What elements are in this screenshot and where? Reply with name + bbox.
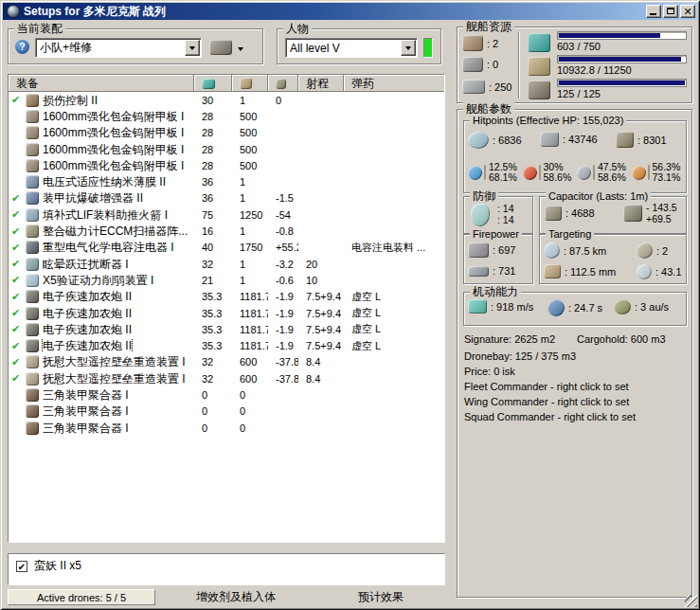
- module-cpu-value: 35.3: [194, 291, 232, 302]
- module-row[interactable]: ✔电子疾速加农炮 II35.31181.7-1.97.5+9.4虚空 L: [9, 289, 444, 305]
- module-name: 整合磁力计ECCM扫描器阵...: [43, 224, 188, 238]
- resize-grip[interactable]: [685, 595, 697, 607]
- module-row[interactable]: ✔整合磁力计ECCM扫描器阵...161-0.8: [9, 223, 444, 239]
- module-row[interactable]: 1600mm强化包金钨附甲板 I28500: [9, 157, 444, 173]
- column-powergrid[interactable]: [232, 75, 268, 92]
- module-row[interactable]: ✔电子疾速加农炮 II35.31181.7-1.97.5+9.4虚空 L: [9, 305, 444, 321]
- turret-hardpoint-icon: [462, 35, 483, 51]
- module-name: 装甲抗爆破增强器 II: [43, 191, 143, 205]
- module-row[interactable]: ✔抚慰大型遥控壁垒重造装置 I32600-37.88.4: [9, 354, 444, 370]
- calibration-icon: [462, 80, 485, 94]
- firepower-dps-value: : 697: [493, 244, 515, 256]
- current-setup-group: 当前装配 ? 小队+维修: [8, 28, 263, 64]
- fitted-check-icon: ✔: [9, 225, 23, 238]
- ship-menu-button[interactable]: [209, 40, 243, 55]
- module-range-value: 8.4: [298, 373, 344, 385]
- resist-group: 47.5%58.6%: [575, 159, 630, 186]
- resource-bar-label: 10932.8 / 11250: [557, 64, 687, 76]
- rig-icon: [26, 388, 39, 402]
- column-ammo[interactable]: 弹药: [344, 75, 444, 92]
- setup-select-dropdown-button[interactable]: [185, 40, 200, 56]
- capacitor-label: Capacitor (Lasts: 1m): [546, 189, 651, 203]
- module-row[interactable]: ✔抚慰大型遥控壁垒重造装置 I32600-37.88.4: [9, 370, 444, 386]
- drone-list-item[interactable]: ✔ 蛮妖 II x5: [16, 558, 444, 574]
- thermal-resist-icon: [523, 166, 537, 180]
- module-row[interactable]: 电压式适应性纳米薄膜 II361: [9, 173, 444, 189]
- module-row[interactable]: 三角装甲聚合器 I00: [9, 386, 444, 403]
- minimize-button[interactable]: [646, 5, 661, 18]
- module-row[interactable]: ✔眩晕跃迁扰断器 I321-3.220: [9, 256, 444, 272]
- tab-projected-effects[interactable]: 预计效果: [316, 589, 445, 605]
- module-name: 电子疾速加农炮 II: [43, 307, 132, 320]
- character-group: 人物 All level V: [277, 28, 441, 64]
- column-cpu[interactable]: [194, 75, 232, 92]
- module-row[interactable]: 三角装甲聚合器 I00: [9, 420, 444, 436]
- resist-group: 30%58.6%: [521, 159, 576, 186]
- armor-plate-icon: [26, 143, 39, 156]
- resource-bar-label: 125 / 125: [557, 88, 687, 99]
- module-cpu-value: 28: [194, 127, 232, 138]
- launcher-hardpoints-value: : 0: [487, 59, 498, 70]
- module-cpu-value: 0: [194, 422, 232, 434]
- character-select[interactable]: All level V: [285, 38, 418, 58]
- armor-plate-icon: [26, 126, 39, 139]
- title-bar[interactable]: Setups for 多米尼克斯 战列 ✕: [3, 3, 697, 20]
- character-select-dropdown-button[interactable]: [401, 40, 416, 56]
- module-pg-value: 1750: [232, 242, 268, 253]
- module-row[interactable]: 1600mm强化包金钨附甲板 I28500: [9, 125, 444, 141]
- setup-select[interactable]: 小队+维修: [35, 38, 202, 58]
- module-pg-value: 1: [232, 176, 268, 188]
- hull-hp: : 8301: [616, 132, 667, 148]
- resist-values: 56.3%73.1%: [653, 162, 681, 183]
- module-cpu-value: 35.3: [194, 324, 232, 335]
- cap-delta-bottom: +69.5: [646, 214, 672, 224]
- module-list: ✔损伤控制 II30101600mm强化包金钨附甲板 I285001600mm强…: [9, 92, 444, 436]
- module-name: 填补式LIF装料助推火箭 I: [43, 208, 168, 222]
- drone-checkbox[interactable]: ✔: [16, 561, 27, 572]
- fitted-check-icon: ✔: [9, 258, 23, 270]
- price-text: Price: 0 isk: [464, 366, 515, 377]
- close-button[interactable]: ✕: [680, 5, 695, 18]
- module-row[interactable]: 1600mm强化包金钨附甲板 I28500: [9, 108, 444, 124]
- module-row[interactable]: ✔填补式LIF装料助推火箭 I751250-54: [9, 206, 444, 223]
- maximize-button[interactable]: [663, 5, 678, 18]
- cpu-icon: [528, 33, 550, 52]
- calibration-value: : 250: [489, 81, 512, 93]
- rig-icon: [26, 404, 39, 418]
- remote-repair-icon: [26, 355, 39, 368]
- powergrid-icon: [528, 57, 550, 76]
- scan-resolution: : 112.5 mm: [544, 264, 616, 278]
- column-capacitor[interactable]: [268, 75, 298, 92]
- resource-bars: 603 / 75010932.8 / 11250125 / 125: [526, 31, 687, 102]
- column-equipment[interactable]: 装备: [9, 75, 194, 92]
- module-name-cell: ✔电子疾速加农炮 II: [9, 307, 194, 320]
- module-row[interactable]: 三角装甲聚合器 I00: [9, 404, 444, 420]
- module-row[interactable]: ✔电子疾速加农炮 II35.31181.7-1.97.5+9.4虚空 L: [9, 337, 444, 353]
- fleet-commander-text[interactable]: Fleet Commander - right click to set: [464, 381, 629, 392]
- module-row[interactable]: ✔装甲抗爆破增强器 II361-1.5: [9, 190, 444, 206]
- fitted-check-icon: ✔: [9, 274, 23, 286]
- em-resist-icon: [468, 166, 482, 180]
- squad-commander-text[interactable]: Squad Commander - right click to set: [464, 411, 636, 422]
- wing-commander-text[interactable]: Wing Commander - right click to set: [464, 396, 629, 407]
- character-status-bar: [423, 38, 433, 58]
- module-name-cell: 1600mm强化包金钨附甲板 I: [9, 159, 194, 172]
- module-row[interactable]: ✔损伤控制 II3010: [9, 92, 444, 108]
- resist-values: 12.5%68.1%: [489, 162, 517, 183]
- module-pg-value: 0: [232, 422, 268, 434]
- module-row[interactable]: ✔X5验证动力削弱装置 I211-0.610: [9, 272, 444, 288]
- module-cap-value: -1.5: [268, 192, 298, 204]
- tab-boosters-implants[interactable]: 增效剂及植入体: [159, 589, 313, 605]
- module-row[interactable]: ✔电子疾速加农炮 II35.31181.7-1.97.5+9.4虚空 L: [9, 321, 444, 337]
- module-row[interactable]: 1600mm强化包金钨附甲板 I28500: [9, 141, 444, 157]
- help-icon[interactable]: ?: [15, 40, 29, 54]
- module-name-cell: ✔X5验证动力削弱装置 I: [9, 274, 194, 287]
- module-pg-value: 500: [232, 144, 268, 155]
- column-range[interactable]: 射程: [298, 75, 344, 92]
- warp-speed-value: : 3 au/s: [635, 301, 669, 313]
- tab-active-drones[interactable]: Active drones: 5 / 5: [8, 589, 155, 605]
- firepower-volley-value: : 731: [493, 265, 515, 277]
- module-name: 眩晕跃迁扰断器 I: [43, 258, 129, 271]
- module-row[interactable]: ✔重型电气化学电容注电器 I401750+55.2电容注电装料 ...: [9, 240, 444, 256]
- resist-values: 30%58.6%: [544, 162, 572, 183]
